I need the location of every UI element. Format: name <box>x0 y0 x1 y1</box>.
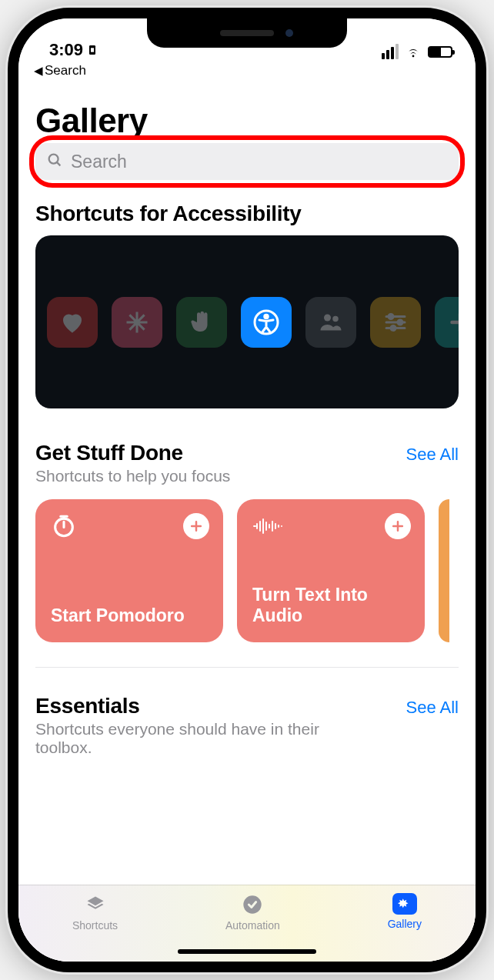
add-button[interactable] <box>183 513 209 539</box>
sim-icon <box>86 44 98 56</box>
get-stuff-done-cards: Start Pomodoro Turn Text Into Audio <box>35 499 459 668</box>
screen: 3:09 ◀ Search Gallery <box>18 18 476 962</box>
shortcut-card-title: Turn Text Into Audio <box>252 585 411 627</box>
shortcut-card-pomodoro[interactable]: Start Pomodoro <box>35 499 223 642</box>
shortcut-card-text-audio[interactable]: Turn Text Into Audio <box>237 499 425 642</box>
svg-point-9 <box>398 320 402 325</box>
gallery-icon <box>392 893 417 915</box>
waveform-icon <box>252 513 283 542</box>
search-input[interactable] <box>35 143 459 180</box>
search-wrap <box>35 143 459 180</box>
accessibility-icon <box>241 297 292 348</box>
section-title-accessibility: Shortcuts for Accessibility <box>35 202 459 226</box>
main-content: Gallery Shortcuts for Accessibility <box>18 78 476 885</box>
add-button[interactable] <box>385 513 411 539</box>
cellular-signal-icon <box>382 44 399 59</box>
section-subtitle-essentials: Shortcuts everyone should have in their … <box>35 720 359 757</box>
svg-point-6 <box>324 314 331 321</box>
see-all-essentials[interactable]: See All <box>406 698 459 718</box>
section-subtitle-get-stuff-done: Shortcuts to help you focus <box>35 467 459 485</box>
tab-automation[interactable]: Automation <box>225 893 280 932</box>
svg-rect-1 <box>91 48 94 52</box>
battery-icon <box>428 46 452 58</box>
layers-icon <box>82 893 108 916</box>
accessibility-banner[interactable] <box>35 235 459 408</box>
search-icon <box>46 152 63 172</box>
clock-check-icon <box>239 893 265 916</box>
timer-icon <box>51 513 77 542</box>
svg-point-8 <box>389 314 393 318</box>
home-indicator[interactable] <box>178 949 316 954</box>
back-label: Search <box>45 63 86 78</box>
heart-icon <box>47 297 98 348</box>
status-time: 3:09 <box>49 40 83 60</box>
device-notch <box>147 18 347 48</box>
back-to-search[interactable]: ◀ Search <box>18 62 476 78</box>
tab-gallery[interactable]: Gallery <box>388 893 422 930</box>
people-icon <box>305 297 356 348</box>
tab-label: Automation <box>225 919 280 932</box>
hand-icon <box>176 297 227 348</box>
sliders-icon <box>370 297 421 348</box>
svg-point-5 <box>265 315 269 318</box>
asterisk-icon <box>112 297 162 348</box>
chevron-left-icon: ◀ <box>34 64 43 78</box>
svg-point-10 <box>391 325 396 330</box>
shortcut-card-title: Start Pomodoro <box>51 605 209 627</box>
svg-line-3 <box>57 162 60 165</box>
section-title-essentials: Essentials <box>35 694 140 718</box>
shortcut-card-peek[interactable] <box>439 499 449 642</box>
device-frame: 3:09 ◀ Search Gallery <box>8 8 486 972</box>
tab-shortcuts[interactable]: Shortcuts <box>72 893 118 932</box>
see-all-get-stuff-done[interactable]: See All <box>406 445 459 465</box>
section-title-get-stuff-done: Get Stuff Done <box>35 441 183 465</box>
status-right <box>382 43 452 60</box>
plus-icon <box>435 297 459 348</box>
wifi-icon <box>405 43 422 60</box>
page-title: Gallery <box>35 102 459 140</box>
svg-point-2 <box>49 155 58 164</box>
tab-label: Gallery <box>388 918 422 930</box>
svg-point-7 <box>332 315 339 322</box>
tab-label: Shortcuts <box>72 919 118 932</box>
